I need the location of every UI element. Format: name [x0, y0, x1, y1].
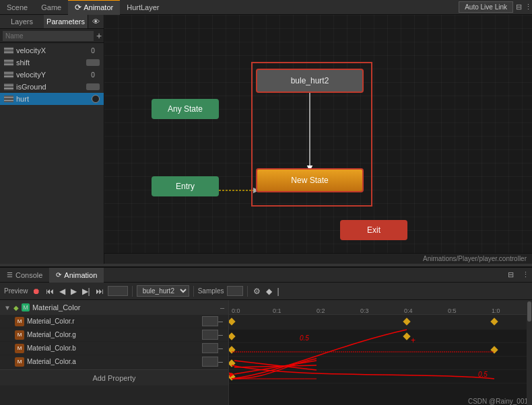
eye-icon[interactable]: 👁	[88, 15, 104, 28]
record-button[interactable]: ⏺	[31, 287, 42, 296]
track-r-dot[interactable]: –	[218, 317, 223, 326]
goto-start-button[interactable]: ⏮	[44, 287, 55, 296]
kf-b-start[interactable]	[229, 359, 236, 367]
tab-animator[interactable]: ⟳ Animator	[68, 0, 120, 15]
record-curves-btn[interactable]: |	[276, 287, 281, 296]
animation-icon: ⟳	[56, 271, 61, 279]
ruler-2: 0:2	[317, 307, 325, 314]
parameters-tab[interactable]: Parameters	[44, 15, 88, 28]
tab-scene[interactable]: Scene	[0, 0, 34, 15]
material-icon: M	[22, 303, 30, 311]
bottom-panel-menu-icon[interactable]: ⋮	[519, 270, 532, 279]
add-property-button[interactable]: Add Property	[0, 369, 228, 385]
animation-toolbar: Preview ⏺ ⏮ ◀ ▶ ▶| ⏭ 0 bule_hurt2 Sample…	[0, 283, 532, 300]
parameters-list: velocityX 0 shift velocityY 0 isGround	[0, 43, 104, 264]
param-icon	[4, 47, 13, 54]
clip-dropdown[interactable]: bule_hurt2	[137, 285, 189, 297]
kf-g-end[interactable]	[490, 346, 498, 353]
param-icon	[4, 83, 13, 90]
param-toggle[interactable]	[86, 59, 100, 66]
bottom-panel-lock-icon[interactable]: ⊟	[502, 270, 519, 279]
window-menu-icon[interactable]: ⋮	[525, 3, 532, 11]
param-velocityX: velocityX 0	[0, 44, 104, 57]
timeline-scrollbar[interactable]	[527, 300, 532, 405]
ruler-3: 0:3	[360, 307, 369, 314]
param-toggle[interactable]	[86, 83, 100, 90]
param-shift: shift	[0, 57, 104, 69]
kf-group-row	[229, 315, 532, 330]
add-parameter-button[interactable]: +	[94, 30, 104, 41]
time-input[interactable]: 0	[108, 286, 128, 296]
track-g-input[interactable]: 1	[202, 330, 218, 340]
kf-group-start[interactable]	[229, 318, 236, 325]
samples-input[interactable]: 6	[227, 286, 243, 296]
scene-tab-label: Scene	[7, 3, 28, 11]
tab-console[interactable]: ☰ Console	[0, 268, 49, 283]
bottom-tab-bar: ☰ Console ⟳ Animation ⊟ ⋮	[0, 268, 532, 283]
kf-r-start[interactable]	[229, 332, 236, 340]
animator-canvas: Any State Entry Exit bule_hurt2 New Stat…	[104, 15, 532, 264]
search-input[interactable]	[3, 31, 94, 41]
track-g-dot[interactable]: –	[218, 330, 223, 340]
layers-tab[interactable]: Layers	[0, 15, 44, 28]
panel-tab-bar: Layers Parameters 👁	[0, 15, 104, 29]
toolbar-separator	[132, 286, 133, 297]
layer-name: HurtLayer	[120, 0, 166, 15]
track-a-input[interactable]: 1	[202, 357, 218, 367]
timeline-area: 0:0 0:1 0:2 0:3 0:4 0:5 1:0	[229, 300, 532, 405]
kf-row-b	[229, 357, 532, 370]
node-any-state[interactable]: Any State	[152, 99, 219, 119]
node-bule-hurt2[interactable]: bule_hurt2	[256, 69, 364, 93]
ruler-5: 0:5	[448, 307, 457, 314]
main-layout: Layers Parameters 👁 + velocityX 0 shift	[0, 15, 532, 264]
param-isGround: isGround	[0, 81, 104, 93]
auto-live-link-button[interactable]: Auto Live Link	[459, 1, 513, 13]
kf-group-end[interactable]	[490, 318, 498, 325]
scroll-thumb[interactable]	[527, 301, 531, 322]
tab-game[interactable]: Game	[34, 0, 68, 15]
kf-row-a	[229, 370, 532, 383]
track-sub-a: M Material_Color.a 1 –	[0, 355, 228, 369]
play-button[interactable]: ▶	[69, 287, 78, 296]
tab-animation[interactable]: ⟳ Animation	[49, 268, 104, 283]
add-keyframe-btn[interactable]: ◆	[265, 287, 273, 296]
param-icon	[4, 59, 13, 66]
track-area: ▼ ◆ M Material_Color – M Material_Color.…	[0, 300, 532, 405]
ruler-1: 0:1	[273, 307, 281, 314]
node-new-state[interactable]: New State	[256, 168, 364, 192]
window-pin-icon[interactable]: ⊟	[516, 3, 522, 11]
track-sub-g: M Material_Color.g 1 –	[0, 328, 228, 342]
material-b-icon: M	[15, 344, 24, 353]
ruler-0: 0:0	[232, 307, 240, 314]
kf-row-r	[229, 330, 532, 343]
step-forward-button[interactable]: ▶|	[81, 287, 92, 296]
param-icon	[4, 71, 13, 78]
toolbar-separator3	[247, 286, 248, 297]
goto-end-button[interactable]: ⏭	[94, 287, 105, 296]
kf-group-mid[interactable]	[403, 318, 410, 325]
track-b-dot[interactable]: –	[218, 344, 223, 353]
trigger-dot[interactable]	[92, 95, 100, 103]
node-entry[interactable]: Entry	[152, 176, 219, 196]
kf-a-start[interactable]	[229, 373, 236, 380]
param-hurt[interactable]: hurt	[0, 93, 104, 105]
track-group-material-color: ▼ ◆ M Material_Color – M Material_Color.…	[0, 300, 228, 369]
ruler-6: 1:0	[492, 307, 500, 314]
track-r-input[interactable]: 1	[202, 316, 218, 326]
track-b-input[interactable]: 1	[202, 343, 218, 353]
settings-icon-btn[interactable]: ⚙	[252, 287, 262, 296]
step-back-button[interactable]: ◀	[58, 287, 67, 296]
node-exit[interactable]: Exit	[340, 220, 407, 240]
animator-icon: ⟳	[75, 3, 81, 12]
game-tab-label: Game	[41, 3, 61, 11]
watermark: CSDN @Rainy_001	[468, 398, 528, 405]
kf-g-start[interactable]	[229, 346, 236, 353]
kf-r-mid[interactable]	[403, 332, 410, 340]
track-group-header[interactable]: ▼ ◆ M Material_Color –	[0, 300, 228, 315]
search-bar: +	[0, 29, 104, 43]
track-a-dot[interactable]: –	[218, 357, 223, 367]
path-info: Animations/Player/player.controller	[104, 253, 532, 264]
param-icon	[4, 96, 13, 102]
track-sub-b: M Material_Color.b 1 –	[0, 342, 228, 355]
track-labels: ▼ ◆ M Material_Color – M Material_Color.…	[0, 300, 229, 405]
